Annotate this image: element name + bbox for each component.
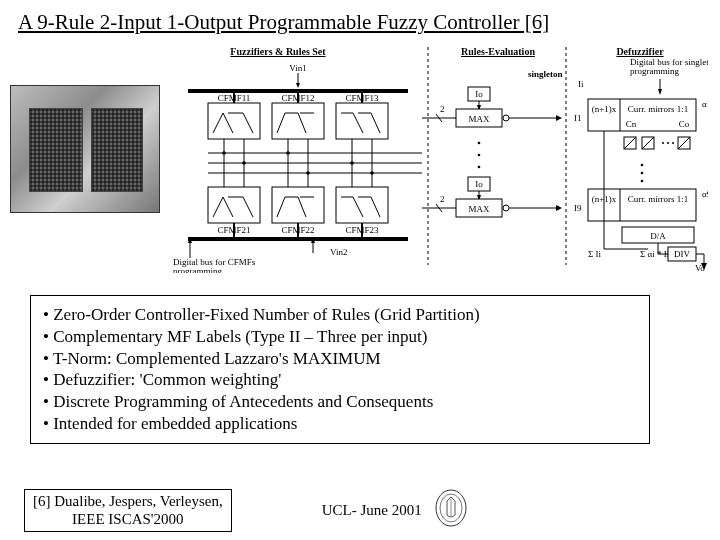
label-ratio: (n+1)x <box>592 104 617 114</box>
label-da: D/A <box>650 231 666 241</box>
svg-point-76 <box>667 142 669 144</box>
label-ii: Ii <box>578 79 584 89</box>
label-io: Io <box>475 89 483 99</box>
label-vo: Vo <box>695 263 705 273</box>
label-alpha9: α9 <box>702 189 708 199</box>
svg-point-54 <box>478 166 481 169</box>
label-mirror: Curr. mirrors 1:1 <box>628 104 689 114</box>
svg-marker-66 <box>556 205 562 211</box>
label-two: 2 <box>440 104 445 114</box>
label-sum-ii: Σ Ii <box>588 249 601 259</box>
svg-point-25 <box>286 151 290 155</box>
bullet-item: • Zero-Order Controller-Fixed Number of … <box>43 304 637 326</box>
svg-text:Io: Io <box>475 179 483 189</box>
footer: [6] Dualibe, Jespers, Verleysen, IEEE IS… <box>0 489 720 533</box>
label-i9: I9 <box>574 203 582 213</box>
page-title: A 9-Rule 2-Input 1-Output Programmable F… <box>0 0 720 41</box>
svg-point-28 <box>370 171 374 175</box>
reference-line: IEEE ISCAS'2000 <box>33 510 223 529</box>
reference-line: [6] Dualibe, Jespers, Verleysen, <box>33 492 223 511</box>
svg-marker-95 <box>658 89 662 95</box>
svg-point-75 <box>662 142 664 144</box>
svg-point-64 <box>503 205 509 211</box>
figure-row: Fuzzifiers & Rules Set Rules-Evaluation … <box>0 41 720 273</box>
svg-rect-7 <box>272 103 324 139</box>
feature-bullets: • Zero-Order Controller-Fixed Number of … <box>30 295 650 444</box>
label-cn: Cn <box>626 119 637 129</box>
svg-point-80 <box>641 180 644 183</box>
institution-seal-icon <box>434 489 468 531</box>
reference-citation: [6] Dualibe, Jespers, Verleysen, IEEE IS… <box>24 489 232 533</box>
svg-marker-3 <box>296 83 300 88</box>
svg-rect-9 <box>336 103 388 139</box>
note-digital-bus-cfmf: Digital bus for CFMFsprogramming <box>173 257 256 273</box>
note-digital-bus-singleton: Digital bus for singletonsprogramming <box>630 57 708 76</box>
label-div: DIV <box>674 249 690 259</box>
bullet-item: • Intended for embedded applications <box>43 413 637 435</box>
svg-point-24 <box>242 161 246 165</box>
svg-text:Curr. mirrors 1:1: Curr. mirrors 1:1 <box>628 194 689 204</box>
chip-micrograph <box>10 85 160 213</box>
svg-text:2: 2 <box>440 194 445 204</box>
svg-point-79 <box>641 172 644 175</box>
svg-marker-51 <box>556 115 562 121</box>
svg-point-77 <box>672 142 674 144</box>
bullet-item: • Discrete Programming of Antecedents an… <box>43 391 637 413</box>
svg-text:MAX: MAX <box>468 204 490 214</box>
section-rules-eval: Rules-Evaluation <box>461 46 535 57</box>
label-max: MAX <box>468 114 490 124</box>
label-i1: I1 <box>574 113 582 123</box>
label-singleton: singleton <box>528 69 563 79</box>
label-alpha1: α1 <box>702 99 708 109</box>
svg-point-27 <box>350 161 354 165</box>
bullet-item: • Complementary MF Labels (Type II – Thr… <box>43 326 637 348</box>
label-vin1: Vin1 <box>289 63 306 73</box>
block-diagram: Fuzzifiers & Rules Set Rules-Evaluation … <box>168 43 710 273</box>
svg-rect-31 <box>272 187 324 223</box>
svg-point-53 <box>478 154 481 157</box>
svg-point-52 <box>478 142 481 145</box>
svg-point-49 <box>503 115 509 121</box>
label-co: Co <box>679 119 690 129</box>
affiliation-text: UCL- June 2001 <box>322 502 422 519</box>
bullet-item: • Defuzzifier: 'Common weighting' <box>43 369 637 391</box>
svg-rect-29 <box>208 187 260 223</box>
svg-point-23 <box>222 151 226 155</box>
svg-point-78 <box>641 164 644 167</box>
label-vin2: Vin2 <box>330 247 347 257</box>
svg-rect-5 <box>208 103 260 139</box>
section-defuzzifier: Defuzzifier <box>616 46 664 57</box>
svg-point-26 <box>306 171 310 175</box>
svg-rect-33 <box>336 187 388 223</box>
section-fuzzifiers: Fuzzifiers & Rules Set <box>230 46 326 57</box>
bullet-item: • T-Norm: Complemented Lazzaro's MAXIMUM <box>43 348 637 370</box>
